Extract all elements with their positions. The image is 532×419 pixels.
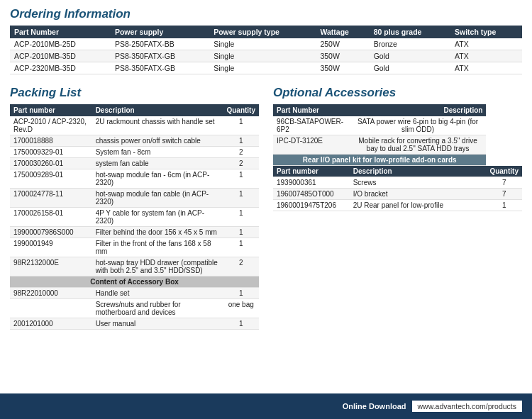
packing-title: Packing List (10, 86, 259, 100)
ordering-title: Ordering Information (10, 7, 522, 21)
ordering-col-type: Power supply type (209, 26, 316, 38)
optional-subheader-row: Rear I/O panel kit for low-profile add-o… (273, 155, 522, 166)
optional-col-description: Description (350, 104, 487, 116)
table-row: 1939000361Screws7 (273, 177, 522, 189)
packing-col-quantity: Quantity (223, 104, 259, 116)
table-row: ACP-2010MB-25DPS8-250FATX-BBSingle250WBr… (10, 38, 522, 50)
ordering-col-partnumber: Part Number (10, 26, 111, 38)
optional-title: Optional Accessories (273, 86, 522, 100)
table-row: IPC-DT-3120EMobile rack for converting a… (273, 135, 522, 155)
ordering-col-wattage: Wattage (316, 26, 369, 38)
ordering-col-powersupply: Power supply (111, 26, 209, 38)
table-row: ACP-2320MB-35DPS8-350FATX-GBSingle350WGo… (10, 62, 522, 74)
footer-label: Online Download (343, 402, 406, 410)
optional-table: Part Number Description 96CB-SATAPOWER-6… (273, 104, 522, 211)
table-row: 1700030260-01system fan cable2 (10, 158, 259, 169)
table-row: 1990001949Filter in the front of the fan… (10, 238, 259, 257)
table-row: 1700018888chassis power on/off switch ca… (10, 135, 259, 147)
table-row: 19900007986S000Filter behind the door 15… (10, 227, 259, 238)
ordering-col-80plus: 80 plus grade (370, 26, 450, 38)
table-row: 196007485OT000I/O bracket7 (273, 189, 522, 200)
optional-accessories-section: Optional Accessories Part Number Descrip… (273, 86, 522, 211)
ordering-section: Ordering Information Part Number Power s… (10, 7, 522, 74)
table-row: 1700026158-014P Y cable for system fan (… (10, 208, 259, 227)
table-row: 1750009289-01hot-swap module fan - 6cm (… (10, 169, 259, 189)
packing-list-section: Packing List Part number Description Qua… (10, 86, 259, 330)
ordering-col-switch: Switch type (450, 26, 522, 38)
table-row: 98R22010000Handle set1 (10, 288, 259, 299)
table-row: 1750009329-01System fan - 8cm2 (10, 147, 259, 158)
table-row: ACP-2010MB-35DPS8-350FATX-GBSingle350WGo… (10, 50, 522, 62)
table-row: 1700024778-11hot-swap module fan cable (… (10, 189, 259, 208)
optional-sub-col-row: Part numberDescriptionQuantity (273, 166, 522, 177)
packing-col-partnumber: Part number (10, 104, 92, 116)
table-row: ACP-2010 / ACP-2320, Rev.D2U rackmount c… (10, 116, 259, 135)
footer-url: www.advantech.com/products (412, 401, 522, 412)
packing-header-row: Part number Description Quantity (10, 104, 259, 116)
lower-section: Packing List Part number Description Qua… (10, 86, 522, 330)
table-row: 96CB-SATAPOWER-6P2SATA power wire 6-pin … (273, 116, 522, 135)
table-row: 2001201000User manual1 (10, 318, 259, 330)
ordering-table: Part Number Power supply Power supply ty… (10, 26, 522, 74)
table-row: 98R2132000Ehot-swap tray HDD drawer (com… (10, 257, 259, 276)
table-row: 19600019475T2062U Rear panel for low-pro… (273, 200, 522, 211)
footer-bar: Online Download www.advantech.com/produc… (0, 393, 532, 419)
table-row: Screws/nuts and rubber for motherboard a… (10, 299, 259, 318)
packing-table: Part number Description Quantity ACP-201… (10, 104, 259, 330)
packing-col-description: Description (92, 104, 223, 116)
optional-header-row: Part Number Description (273, 104, 522, 116)
optional-col-partnumber: Part Number (273, 104, 350, 116)
table-row: Content of Accessory Box (10, 276, 259, 288)
ordering-header-row: Part Number Power supply Power supply ty… (10, 26, 522, 38)
